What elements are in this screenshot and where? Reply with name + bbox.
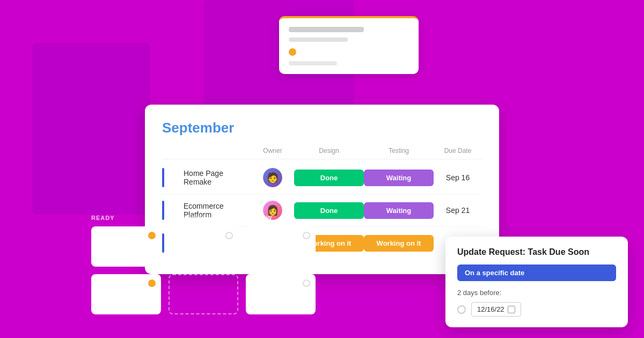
- col-testing: Testing: [364, 147, 434, 155]
- design-status-badge[interactable]: Done: [294, 170, 364, 186]
- kanban-card[interactable]: [246, 274, 316, 314]
- kanban-row-1: [91, 226, 333, 267]
- table-header: Owner Design Testing Due Date: [162, 147, 482, 159]
- kanban-card[interactable]: [169, 226, 238, 267]
- kanban-dot-white: [225, 232, 233, 239]
- row-indicator: [162, 168, 164, 187]
- kanban-card[interactable]: [246, 226, 316, 267]
- top-card-line2: [289, 38, 348, 42]
- testing-status-badge[interactable]: Waiting: [364, 202, 434, 219]
- date-input[interactable]: 12/16/22: [471, 302, 521, 317]
- col-design: Design: [294, 147, 364, 155]
- due-date: Sep 16: [434, 173, 482, 182]
- kanban-col-ready: READY: [91, 215, 161, 221]
- main-card-title: September: [162, 120, 482, 136]
- update-card-label: 2 days before:: [457, 289, 616, 297]
- row-avatar: 🧑: [263, 168, 282, 187]
- update-card-tab[interactable]: On a specific date: [457, 264, 616, 281]
- update-card-title: Update Request: Task Due Soon: [457, 247, 616, 257]
- testing-status-badge[interactable]: Working on it: [364, 235, 434, 252]
- kanban-card[interactable]: [91, 274, 161, 314]
- top-card-dot: [289, 48, 296, 56]
- kanban-dot-white: [303, 232, 310, 239]
- kanban-section: READY IN PROGRESS REVIEW: [91, 215, 333, 322]
- calendar-icon: [508, 306, 515, 313]
- kanban-col-review: REVIEW: [246, 215, 316, 221]
- kanban-card-dashed[interactable]: [169, 274, 238, 314]
- testing-status-badge[interactable]: Waiting: [364, 170, 434, 186]
- kanban-col-inprogress: IN PROGRESS: [169, 215, 238, 221]
- kanban-row-2: [91, 274, 333, 314]
- top-card: [279, 16, 419, 74]
- top-card-line1: [289, 27, 364, 32]
- kanban-header-row: READY IN PROGRESS REVIEW: [91, 215, 333, 221]
- kanban-dot-orange: [148, 232, 156, 239]
- kanban-card[interactable]: [91, 226, 161, 267]
- due-date: Sep 21: [434, 206, 482, 215]
- col-name: [184, 147, 251, 155]
- update-request-card: Update Request: Task Due Soon On a speci…: [445, 237, 628, 327]
- table-row: Home Page Remake 🧑 Done Waiting Sep 16: [162, 161, 482, 194]
- col-duedate: Due Date: [434, 147, 482, 155]
- top-card-line3: [289, 61, 337, 65]
- row-name: Home Page Remake: [184, 169, 251, 186]
- radio-button[interactable]: [457, 305, 466, 314]
- bg-rect-left: [32, 43, 150, 215]
- col-indicator: [162, 147, 184, 155]
- kanban-dot-orange: [148, 280, 156, 287]
- date-value: 12/16/22: [477, 305, 504, 313]
- avatar-image: 🧑: [263, 168, 282, 187]
- update-card-input-row: 12/16/22: [457, 302, 616, 317]
- kanban-dot-white: [303, 280, 310, 287]
- col-owner: Owner: [251, 147, 294, 155]
